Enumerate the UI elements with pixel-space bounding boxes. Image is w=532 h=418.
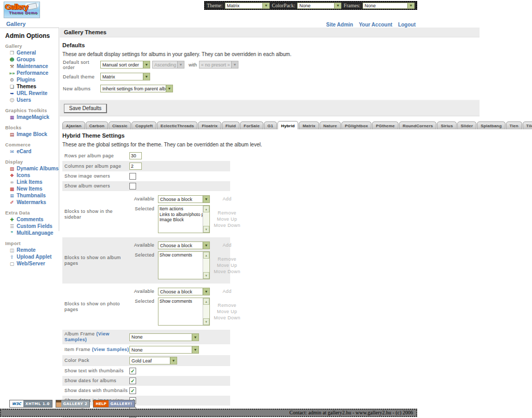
photo-blocks-selected-list[interactable]: Show comments ▲ ▼ — [158, 298, 210, 326]
sidebar-item-link-items[interactable]: Link Items — [8, 179, 59, 185]
sidebar-item-custom-fields[interactable]: Custom Fields — [8, 223, 59, 230]
tab-classic[interactable]: Classic — [109, 122, 131, 129]
sidebar-item-plugins[interactable]: Plugins — [8, 77, 59, 83]
tab-g1[interactable]: G1 — [264, 122, 277, 129]
scroll-down-icon[interactable]: ▼ — [203, 226, 209, 233]
help-gallery-badge[interactable]: HELP GALLERY! — [93, 400, 135, 408]
color-pack-select[interactable]: Gold Leaf ▼ — [129, 357, 177, 365]
tab-sirius[interactable]: Sirius — [437, 122, 456, 129]
gallery2-badge[interactable]: GALLERY 2 — [56, 400, 90, 408]
tab-tien[interactable]: Tien — [506, 122, 522, 129]
sidebar-blocks-move-up-action[interactable]: Move Up — [210, 217, 244, 222]
sidebar-item-themes[interactable]: Themes — [8, 84, 59, 90]
sidebar-item-general[interactable]: General — [8, 50, 59, 56]
sidebar-item-performance[interactable]: Performance — [8, 70, 59, 76]
tab-matrix[interactable]: Matrix — [299, 122, 319, 129]
tab-hybrid[interactable]: Hybrid — [277, 121, 299, 129]
tab-roundcorners[interactable]: RoundCorners — [399, 122, 436, 129]
scroll-down-icon[interactable]: ▼ — [203, 272, 209, 279]
album-blocks-move-down-action[interactable]: Move Down — [210, 269, 244, 274]
sidebar-item-comments[interactable]: Comments — [8, 217, 59, 223]
tab-copyleft[interactable]: Copyleft — [131, 122, 156, 129]
new-albums-select[interactable]: Inherit settings from parent album ▼ — [100, 85, 173, 92]
tab-pgtheme[interactable]: PGtheme — [372, 122, 398, 129]
tab-tile[interactable]: Tile — [523, 122, 532, 129]
tab-forsale[interactable]: ForSale — [240, 122, 263, 129]
default-theme-select[interactable]: Matrix ▼ — [100, 73, 150, 80]
sidebar-blocks-available-select[interactable]: Choose a block ▼ — [158, 195, 210, 203]
album-frame-select[interactable]: None ▼ — [129, 333, 199, 341]
sidebar-blocks-add-action[interactable]: Add — [210, 195, 244, 201]
sidebar-item-imagemagick[interactable]: ImageMagick — [8, 114, 59, 120]
tab-ajaxian[interactable]: Ajaxian — [62, 122, 85, 129]
w3c-xhtml-badge[interactable]: W3C XHTML 1.0 — [9, 400, 52, 408]
gallery-logo[interactable]: Gallery Theme Demo — [4, 2, 40, 18]
breadcrumb-gallery-link[interactable]: Gallery — [6, 21, 25, 27]
sidebar-item-users[interactable]: Users — [8, 97, 59, 103]
sidebar-blocks-move-down-action[interactable]: Move Down — [210, 223, 244, 228]
tab-floatrix[interactable]: Floatrix — [198, 122, 221, 129]
photo-blocks-move-up-action[interactable]: Move Up — [210, 309, 244, 314]
sidebar-item-web-server[interactable]: Web/Server — [8, 261, 59, 267]
sidebar-item-groups[interactable]: Groups — [8, 57, 59, 63]
tab-eclecticthreads[interactable]: EclecticThreads — [157, 122, 197, 129]
tab-nature[interactable]: Nature — [320, 122, 341, 129]
sidebar-item-thumbnails[interactable]: Thumbnails — [8, 193, 59, 199]
sidebar-item-image-block[interactable]: Image Block — [8, 131, 59, 138]
sidebar-item-remote[interactable]: Remote — [8, 247, 59, 253]
sidebar-blocks-remove-action[interactable]: Remove — [210, 210, 244, 215]
tab-slider[interactable]: Slider — [457, 122, 476, 129]
tab-fluid[interactable]: Fluid — [222, 122, 240, 129]
scroll-up-icon[interactable]: ▲ — [203, 206, 209, 212]
default-sort-order-select[interactable]: Manual sort order ▼ — [100, 61, 150, 69]
sidebar-item-maintenance[interactable]: Maintenance — [8, 63, 59, 70]
list-item[interactable]: Image Block — [159, 217, 203, 223]
show-image-owners-checkbox[interactable] — [129, 173, 136, 180]
list-scrollbar[interactable]: ▲ ▼ — [203, 206, 209, 233]
tab-carbon[interactable]: Carbon — [86, 122, 108, 129]
tab-splatbang[interactable]: Splatbang — [477, 122, 505, 129]
item-frame-view-samples-link[interactable]: (View Samples) — [92, 347, 129, 352]
photo-blocks-available-select[interactable]: Choose a block ▼ — [158, 288, 210, 295]
sidebar-item-watermarks[interactable]: Watermarks — [8, 199, 59, 206]
list-item[interactable]: Links to album/photo peers — [159, 212, 203, 218]
list-item[interactable]: Show comments — [159, 252, 203, 258]
album-blocks-move-up-action[interactable]: Move Up — [210, 263, 244, 268]
your-account-link[interactable]: Your Account — [359, 22, 392, 28]
colorpack-select[interactable]: None ▼ — [297, 3, 341, 9]
album-blocks-selected-list[interactable]: Show comments ▲ ▼ — [158, 251, 210, 279]
photo-blocks-remove-action[interactable]: Remove — [210, 303, 244, 308]
columns-per-page-input[interactable] — [129, 163, 142, 170]
photo-blocks-move-down-action[interactable]: Move Down — [210, 315, 244, 320]
frames-select[interactable]: None ▼ — [363, 3, 415, 9]
album-blocks-available-select[interactable]: Choose a block ▼ — [158, 241, 210, 249]
album-blocks-remove-action[interactable]: Remove — [210, 257, 244, 262]
show-dates-with-thumbnails-checkbox[interactable] — [129, 387, 136, 394]
album-blocks-add-action[interactable]: Add — [210, 241, 244, 248]
list-scrollbar[interactable]: ▲ ▼ — [203, 298, 209, 325]
sidebar-item-upload-applet[interactable]: Upload Applet — [8, 254, 59, 260]
save-defaults-button[interactable]: Save Defaults — [64, 104, 107, 113]
photo-blocks-add-action[interactable]: Add — [210, 288, 244, 294]
sidebar-item-ecard[interactable]: eCard — [8, 149, 59, 155]
scroll-up-icon[interactable]: ▲ — [203, 252, 209, 259]
list-item[interactable]: Item actions — [159, 206, 203, 212]
sidebar-item-new-items[interactable]: New Items — [8, 186, 59, 192]
sidebar-item-url-rewrite[interactable]: URL Rewrite — [8, 90, 59, 97]
list-item[interactable]: Show comments — [159, 299, 203, 304]
show-dates-for-albums-checkbox[interactable] — [129, 377, 136, 384]
sidebar-item-dynamic-albums[interactable]: Dynamic Albums — [8, 166, 59, 172]
rows-per-page-input[interactable] — [129, 152, 142, 159]
scroll-down-icon[interactable]: ▼ — [203, 318, 209, 325]
show-album-owners-checkbox[interactable] — [129, 183, 136, 190]
site-admin-link[interactable]: Site Admin — [326, 22, 353, 28]
tab-pglightbox[interactable]: PGlightbox — [341, 122, 372, 129]
scroll-up-icon[interactable]: ▲ — [203, 298, 209, 305]
sidebar-item-multilanguage[interactable]: MultiLanguage — [8, 230, 59, 236]
item-frame-select[interactable]: None ▼ — [129, 346, 199, 354]
show-text-with-thumbnails-checkbox[interactable] — [129, 368, 136, 374]
list-scrollbar[interactable]: ▲ ▼ — [203, 252, 209, 279]
sidebar-item-icons[interactable]: Icons — [8, 172, 59, 179]
sidebar-blocks-selected-list[interactable]: Item actions Links to album/photo peers … — [158, 205, 210, 233]
theme-select[interactable]: Matrix ▼ — [225, 3, 270, 9]
